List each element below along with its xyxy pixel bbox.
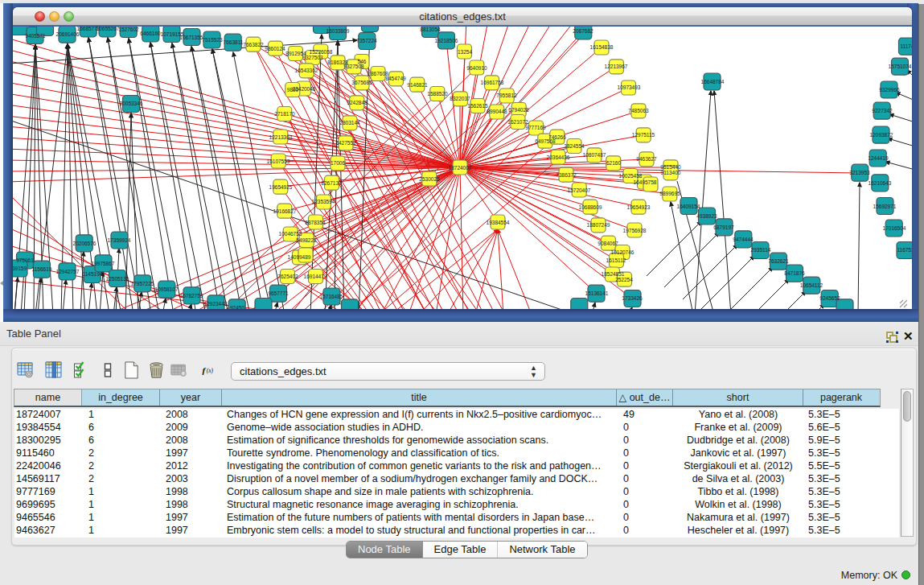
svg-text:9899695: 9899695	[659, 191, 680, 196]
svg-text:f: f	[203, 365, 207, 375]
svg-text:20364436: 20364436	[547, 154, 570, 160]
svg-text:9515440: 9515440	[660, 164, 681, 170]
svg-text:2718170: 2718170	[274, 111, 295, 117]
svg-text:16961758: 16961758	[481, 80, 504, 85]
svg-text:10807487: 10807487	[583, 152, 606, 158]
svg-text:16543362: 16543362	[295, 68, 318, 73]
svg-text:1621072: 1621072	[507, 119, 528, 125]
svg-text:2935114: 2935114	[751, 247, 771, 253]
svg-text:12353594: 12353594	[312, 199, 335, 204]
svg-text:9327508: 9327508	[343, 64, 364, 69]
svg-text:18724007: 18724007	[449, 165, 472, 171]
svg-text:9640910: 9640910	[466, 65, 487, 71]
svg-text:7485063: 7485063	[628, 108, 649, 113]
svg-text:15136141: 15136141	[585, 290, 609, 296]
svg-text:1244419: 1244419	[868, 155, 889, 161]
svg-text:12942757: 12942757	[56, 269, 80, 274]
svg-text:10958107: 10958107	[155, 286, 179, 292]
svg-text:19654923: 19654923	[627, 204, 651, 210]
svg-text:9245652: 9245652	[819, 295, 840, 301]
svg-text:92450: 92450	[230, 305, 244, 309]
svg-text:12975115: 12975115	[632, 132, 655, 138]
svg-text:15751074: 15751074	[889, 64, 912, 69]
svg-text:9890: 9890	[287, 87, 299, 93]
svg-text:8471876: 8471876	[784, 270, 805, 276]
svg-text:12213967: 12213967	[605, 64, 628, 69]
svg-text:3675685: 3675685	[351, 80, 372, 85]
svg-text:39159: 39159	[13, 266, 27, 271]
svg-text:13254: 13254	[458, 49, 472, 55]
svg-text:10046755: 10046755	[279, 231, 302, 237]
svg-text:9474444: 9474444	[733, 237, 754, 242]
svg-text:1615112: 1615112	[606, 257, 626, 263]
svg-text:3213953: 3213953	[849, 170, 870, 175]
svg-text:10671355: 10671355	[180, 35, 203, 40]
svg-text:15226058: 15226058	[310, 49, 333, 55]
svg-text:8267130: 8267130	[321, 180, 342, 186]
svg-text:7515523: 7515523	[202, 37, 223, 43]
svg-text:15720407: 15720407	[568, 187, 591, 193]
svg-text:12923448: 12923448	[204, 301, 228, 307]
svg-text:11174: 11174	[900, 43, 912, 49]
svg-text:7625402: 7625402	[277, 274, 298, 279]
svg-text:7663811: 7663811	[224, 39, 244, 45]
svg-text:16648784: 16648784	[701, 79, 725, 84]
svg-text:19756928: 19756928	[623, 228, 647, 233]
svg-text:9329966: 9329966	[879, 87, 900, 93]
svg-text:12505135: 12505135	[106, 276, 129, 282]
svg-text:12093872: 12093872	[870, 132, 893, 138]
svg-text:116753: 116753	[897, 247, 912, 253]
svg-text:9146821: 9146821	[407, 82, 428, 88]
svg-text:6794028: 6794028	[508, 107, 529, 113]
svg-text:10688609: 10688609	[579, 204, 602, 210]
svg-text:16495758: 16495758	[634, 179, 657, 185]
svg-text:15716485: 15716485	[320, 294, 343, 299]
svg-text:16782759: 16782759	[180, 293, 203, 299]
svg-text:9860124: 9860124	[265, 46, 285, 51]
svg-text:746266: 746266	[548, 134, 566, 140]
svg-text:7386372: 7386372	[556, 172, 577, 178]
svg-text:9113400: 9113400	[661, 170, 681, 175]
svg-text:16210643: 16210643	[869, 180, 892, 186]
svg-text:16914479: 16914479	[304, 274, 327, 279]
svg-text:18807249: 18807249	[587, 222, 610, 228]
svg-text:7663822: 7663822	[243, 42, 264, 47]
svg-text:(x): (x)	[207, 367, 214, 374]
svg-text:1156619: 1156619	[32, 266, 52, 272]
svg-text:1145194: 1145194	[83, 271, 103, 277]
svg-text:17957225: 17957225	[131, 281, 154, 286]
svg-text:8990448: 8990448	[487, 109, 507, 114]
svg-text:19384554: 19384554	[487, 220, 510, 225]
svg-text:9227342: 9227342	[872, 108, 893, 113]
svg-text:17359924: 17359924	[108, 237, 131, 243]
svg-text:19975867: 19975867	[92, 261, 115, 266]
svg-text:9327503: 9327503	[302, 55, 323, 60]
svg-text:19166827: 19166827	[273, 208, 297, 214]
svg-text:7955812: 7955812	[496, 93, 517, 98]
svg-text:2087682: 2087682	[573, 28, 593, 34]
svg-text:20053346: 20053346	[120, 101, 143, 106]
svg-text:15692971: 15692971	[873, 204, 897, 209]
svg-text:10655267: 10655267	[97, 27, 120, 31]
svg-text:9405571: 9405571	[25, 33, 46, 39]
svg-text:10025458: 10025458	[619, 173, 643, 179]
svg-text:9242848: 9242848	[347, 100, 368, 105]
svg-text:6466160: 6466160	[140, 31, 161, 36]
svg-text:1527602: 1527602	[118, 27, 139, 32]
svg-text:17006: 17006	[331, 160, 345, 166]
svg-text:8813054: 8813054	[420, 27, 441, 32]
svg-text:8427552: 8427552	[335, 140, 356, 146]
svg-text:19218506: 19218506	[435, 38, 458, 43]
svg-text:16107553: 16107553	[267, 159, 290, 164]
svg-text:1588520: 1588520	[427, 91, 448, 97]
svg-text:62160: 62160	[606, 160, 621, 166]
svg-text:9084067: 9084067	[598, 241, 618, 246]
svg-text:2803144: 2803144	[339, 120, 360, 126]
svg-text:975061: 975061	[16, 257, 34, 263]
svg-text:7632621: 7632621	[768, 258, 789, 264]
svg-text:9463627: 9463627	[636, 156, 657, 162]
svg-text:8878354: 8878354	[305, 220, 326, 225]
svg-text:16154838: 16154838	[590, 44, 614, 50]
svg-text:6879197: 6879197	[713, 225, 734, 230]
svg-text:10120746: 10120746	[611, 249, 634, 255]
